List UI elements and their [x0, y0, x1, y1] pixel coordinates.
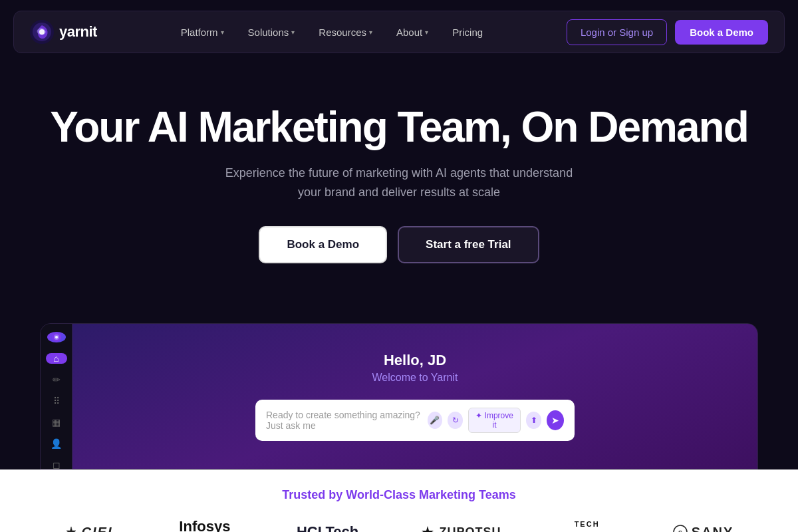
brand-infosys: Infosys Navigate your next: [179, 518, 234, 532]
brand-ciel: CIEL: [65, 525, 118, 532]
nav-about[interactable]: About ▾: [387, 21, 438, 43]
sidebar-user-icon[interactable]: 👤: [46, 438, 67, 449]
chevron-down-icon: ▾: [425, 29, 428, 36]
brand-hcl-text: HCLTech: [297, 523, 358, 532]
brand-ciel-text: CIEL: [82, 525, 118, 532]
brand-zupotsu-text: ZUPOTSU: [439, 525, 501, 532]
nav-solutions[interactable]: Solutions ▾: [239, 21, 305, 43]
app-logo-icon: [47, 332, 66, 342]
sidebar-table-icon[interactable]: ▦: [46, 417, 67, 428]
app-greeting: Hello, JD: [384, 352, 446, 369]
hero-subtitle: Experience the future of marketing with …: [219, 164, 579, 202]
chevron-down-icon: ▾: [291, 29, 295, 36]
trusted-logos: CIEL Infosys Navigate your next HCLTech …: [40, 518, 758, 532]
app-input-placeholder: Ready to create something amazing? Just …: [266, 410, 428, 431]
improve-button[interactable]: ✦ Improve it: [468, 408, 521, 433]
app-welcome: Welcome to Yarnit: [372, 372, 458, 384]
app-sidebar: ⌂ ✏ ⠿ ▦ 👤 ◻: [41, 324, 72, 469]
svg-point-5: [55, 336, 58, 338]
brand-tech-text: TECH: [575, 520, 600, 528]
sidebar-home-icon[interactable]: ⌂: [46, 353, 67, 364]
refresh-icon[interactable]: ↻: [448, 412, 463, 429]
login-button[interactable]: Login or Sign up: [567, 19, 667, 45]
brand-zupotsu: ZUPOTSU: [420, 525, 501, 532]
yarnit-logo-icon: [30, 20, 54, 44]
book-demo-hero-button[interactable]: Book a Demo: [259, 226, 387, 263]
logo-text: yarnit: [59, 23, 97, 41]
hero-section: Your AI Marketing Team, On Demand Experi…: [0, 64, 798, 323]
hero-title: Your AI Marketing Team, On Demand: [13, 104, 785, 150]
chevron-down-icon: ▾: [369, 29, 372, 36]
brand-hcltech: HCLTech: [297, 523, 358, 532]
sany-icon: S: [673, 525, 688, 532]
zupotsu-icon: [420, 525, 435, 532]
upload-icon[interactable]: ⬆: [526, 412, 541, 429]
sidebar-grid-icon[interactable]: ⠿: [46, 396, 67, 406]
app-input-actions: 🎤 ↻ ✦ Improve it ⬆ ➤: [428, 408, 564, 433]
hero-buttons: Book a Demo Start a free Trial: [13, 226, 785, 263]
book-demo-nav-button[interactable]: Book a Demo: [675, 20, 768, 45]
sidebar-doc-icon[interactable]: ◻: [46, 460, 67, 469]
chevron-down-icon: ▾: [221, 29, 224, 36]
nav-pricing[interactable]: Pricing: [443, 21, 492, 43]
nav-platform[interactable]: Platform ▾: [172, 21, 233, 43]
mic-icon[interactable]: 🎤: [428, 412, 443, 429]
trusted-section: Trusted by World-Class Marketing Teams C…: [0, 469, 798, 532]
svg-point-2: [39, 29, 45, 35]
brand-sany: S SANY: [673, 525, 734, 532]
svg-text:S: S: [678, 529, 682, 532]
sidebar-edit-icon[interactable]: ✏: [46, 374, 67, 385]
logo[interactable]: yarnit: [30, 20, 97, 44]
start-trial-button[interactable]: Start a free Trial: [398, 226, 539, 263]
brand-infosys-text: Infosys: [179, 518, 230, 532]
app-main-content: Hello, JD Welcome to Yarnit Ready to cre…: [72, 324, 757, 469]
nav-actions: Login or Sign up Book a Demo: [567, 19, 768, 45]
navbar: yarnit Platform ▾ Solutions ▾ Resources …: [13, 11, 785, 53]
send-button[interactable]: ➤: [547, 410, 564, 430]
nav-resources[interactable]: Resources ▾: [309, 21, 382, 43]
ciel-star-icon: [65, 525, 78, 532]
trusted-title: Trusted by World-Class Marketing Teams: [40, 488, 758, 502]
brand-sany-text: SANY: [692, 525, 734, 532]
brand-techmahindra: TECH mahindra: [563, 520, 611, 532]
app-input-bar[interactable]: Ready to create something amazing? Just …: [255, 400, 575, 441]
nav-links: Platform ▾ Solutions ▾ Resources ▾ About…: [172, 21, 492, 43]
app-preview: ⌂ ✏ ⠿ ▦ 👤 ◻ Hello, JD Welcome to Yarnit …: [40, 323, 758, 469]
